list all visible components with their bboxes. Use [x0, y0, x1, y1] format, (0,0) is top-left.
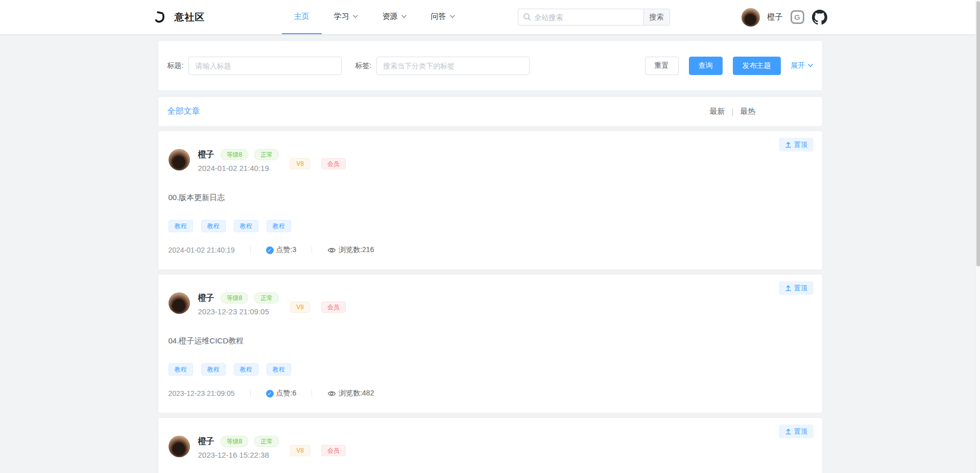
- vip-badge: V8: [290, 302, 310, 313]
- sort-newest[interactable]: 最新: [710, 107, 725, 116]
- all-articles-link[interactable]: 全部文章: [168, 106, 200, 117]
- post-avatar[interactable]: [169, 436, 190, 457]
- post-title[interactable]: 04.橙子运维CICD教程: [169, 336, 812, 346]
- member-badge: 会员: [321, 158, 346, 169]
- post-tags: 教程 教程 教程 教程: [169, 220, 812, 232]
- post-title[interactable]: 00.版本更新日志: [169, 193, 812, 203]
- user-area: 橙子 G: [742, 8, 827, 27]
- nav-item-home[interactable]: 主页: [282, 0, 322, 34]
- chevron-down-icon: [808, 64, 813, 67]
- pin-button[interactable]: 置顶: [779, 281, 814, 295]
- member-badge: 会员: [321, 445, 346, 456]
- chevron-down-icon: [401, 15, 407, 18]
- status-badge: 正常: [254, 292, 279, 304]
- chevron-down-icon: [450, 15, 455, 18]
- post-author[interactable]: 橙子: [198, 150, 214, 160]
- title-filter-input[interactable]: [188, 57, 342, 75]
- brand[interactable]: 意社区: [153, 10, 205, 25]
- nav-item-learn[interactable]: 学习: [322, 0, 370, 34]
- eye-icon: [327, 247, 336, 254]
- footer-divider: [312, 390, 312, 397]
- gitee-icon[interactable]: G: [791, 10, 804, 24]
- pin-button[interactable]: 置顶: [779, 425, 814, 438]
- vip-badge: V8: [290, 158, 310, 169]
- top-navbar: 意社区 主页 学习 资源 问答: [0, 0, 980, 34]
- likes-stat: ✓ 点赞:6: [266, 389, 297, 398]
- list-header: 全部文章 最新 | 最热: [158, 97, 822, 126]
- nav-item-qa[interactable]: 问答: [419, 0, 467, 34]
- filter-bar: 标题: 标签: 重置 查询 发布主题 展开: [158, 41, 822, 90]
- post-tags: 教程 教程 教程 教程: [169, 363, 812, 376]
- footer-divider: [312, 246, 312, 254]
- tag[interactable]: 教程: [201, 220, 226, 232]
- tag[interactable]: 教程: [267, 220, 291, 232]
- publish-topic-button[interactable]: 发布主题: [733, 57, 781, 75]
- views-stat: 浏览数:216: [327, 245, 374, 255]
- post-author[interactable]: 橙子: [198, 293, 214, 304]
- query-button[interactable]: 查询: [689, 57, 723, 75]
- like-check-icon: ✓: [266, 390, 274, 397]
- expand-toggle[interactable]: 展开: [791, 61, 813, 70]
- post-card: 置顶 橙子 等级8 正常 2023-12-16 15:22:38 V8 会员: [158, 418, 822, 473]
- post-author[interactable]: 橙子: [198, 436, 214, 447]
- pin-up-icon: [785, 428, 792, 435]
- reset-button[interactable]: 重置: [645, 57, 679, 75]
- sort-hottest[interactable]: 最热: [740, 107, 756, 116]
- chevron-down-icon: [353, 15, 358, 18]
- brand-logo-icon: [153, 10, 169, 25]
- tag[interactable]: 教程: [267, 363, 291, 376]
- nav-item-resources[interactable]: 资源: [370, 0, 419, 34]
- tag[interactable]: 教程: [169, 363, 193, 376]
- post-card: 置顶 橙子 等级8 正常 2023-12-23 21:09:05 V8 会员 0…: [158, 275, 822, 413]
- search-button[interactable]: 搜索: [643, 9, 670, 26]
- tag[interactable]: 教程: [201, 363, 226, 376]
- user-avatar[interactable]: [742, 8, 760, 27]
- brand-name: 意社区: [175, 11, 205, 24]
- tag-filter-input[interactable]: [376, 57, 530, 75]
- post-datetime: 2023-12-16 15:22:38: [198, 451, 279, 459]
- post-avatar[interactable]: [169, 292, 190, 314]
- pin-up-icon: [785, 285, 792, 291]
- eye-icon: [327, 390, 336, 397]
- level-badge: 等级8: [221, 436, 249, 447]
- pin-button[interactable]: 置顶: [779, 138, 814, 152]
- vip-badge: V8: [290, 445, 310, 456]
- footer-divider: [250, 390, 251, 397]
- member-badge: 会员: [321, 302, 346, 313]
- likes-stat: ✓ 点赞:3: [266, 245, 297, 255]
- github-icon[interactable]: [812, 10, 827, 25]
- level-badge: 等级8: [221, 149, 249, 160]
- tag-filter-label: 标签:: [355, 61, 371, 70]
- tag[interactable]: 教程: [234, 363, 258, 376]
- like-check-icon: ✓: [266, 246, 274, 254]
- tag[interactable]: 教程: [234, 220, 258, 232]
- site-search: 搜索: [518, 9, 670, 26]
- main-content: 标题: 标签: 重置 查询 发布主题 展开 全部文章 最新 | 最热: [158, 34, 822, 473]
- status-badge: 正常: [254, 436, 279, 447]
- level-badge: 等级8: [221, 292, 249, 304]
- search-icon: [523, 13, 531, 21]
- post-footer: 2023-12-23 21:09:05 ✓ 点赞:6 浏览数:482: [169, 389, 812, 398]
- scrollbar-thumb[interactable]: [976, 1, 980, 266]
- sort-controls: 最新 | 最热: [710, 107, 756, 116]
- main-nav: 主页 学习 资源 问答: [282, 0, 467, 34]
- footer-date: 2023-12-23 21:09:05: [169, 389, 235, 397]
- views-stat: 浏览数:482: [327, 389, 374, 398]
- post-datetime: 2023-12-23 21:09:05: [198, 307, 279, 316]
- post-card: 置顶 橙子 等级8 正常 2024-01-02 21:40:19 V8 会员 0…: [158, 131, 822, 269]
- scrollbar-track[interactable]: [975, 0, 980, 473]
- footer-date: 2024-01-02 21:40:19: [169, 246, 235, 254]
- pin-up-icon: [785, 141, 792, 148]
- footer-divider: [250, 246, 251, 254]
- post-datetime: 2024-01-02 21:40:19: [198, 164, 279, 172]
- post-footer: 2024-01-02 21:40:19 ✓ 点赞:3 浏览数:216: [169, 245, 812, 255]
- sort-divider: |: [732, 107, 734, 116]
- search-input[interactable]: [518, 9, 643, 26]
- title-filter-label: 标题:: [168, 61, 184, 70]
- post-avatar[interactable]: [169, 149, 190, 170]
- status-badge: 正常: [254, 149, 279, 160]
- tag[interactable]: 教程: [169, 220, 193, 232]
- user-name[interactable]: 橙子: [768, 12, 783, 22]
